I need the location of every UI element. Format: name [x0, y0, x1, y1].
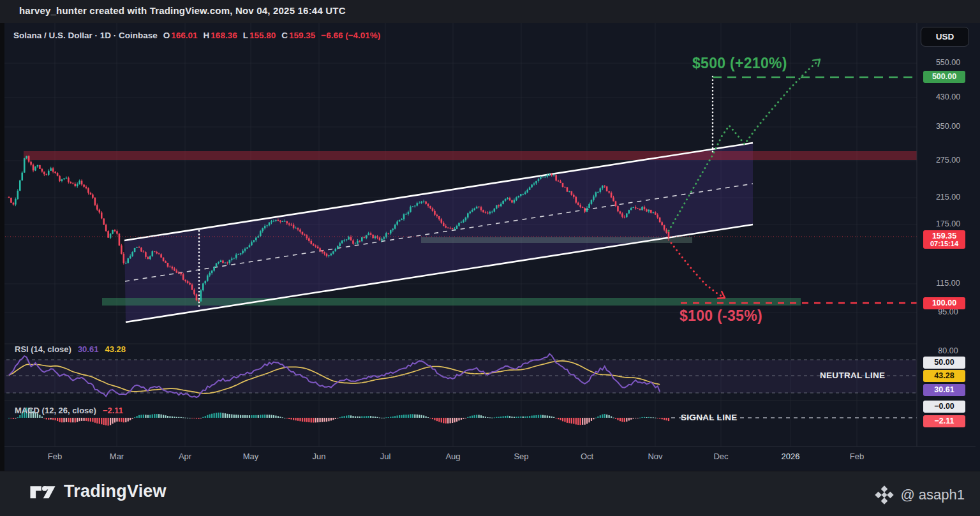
tradingview-brand[interactable]: TradingView	[29, 482, 167, 501]
bull-target-annotation: $500 (+210%)	[692, 55, 787, 72]
diamond-icon	[875, 485, 894, 505]
price-level-badge: 500.00	[923, 71, 965, 83]
price-tick-label: 175.00	[926, 219, 970, 228]
author-handle: @ asaph1	[900, 487, 965, 503]
trend-channel	[124, 143, 753, 322]
time-axis-label: Dec	[713, 452, 728, 461]
time-axis-label: Mar	[110, 452, 124, 461]
change-value: −6.66 (−4.01%)	[321, 31, 380, 40]
rsi-value: 30.61	[78, 344, 99, 354]
signal-line-label: SIGNAL LINE	[681, 413, 738, 422]
macd-value: −2.11	[103, 406, 123, 415]
bear-target-annotation: $100 (-35%)	[679, 307, 762, 325]
current-price-badge: 159.3507:15:14	[923, 230, 965, 249]
high-label: H	[204, 31, 210, 40]
header-bar: harvey_hunter created with TradingView.c…	[0, 0, 980, 23]
price-level-badge: 100.00	[923, 297, 965, 309]
price-tick-label: 275.00	[926, 156, 970, 165]
time-axis-label: May	[243, 452, 259, 461]
symbol-legend[interactable]: Solana / U.S. Dollar · 1D · Coinbase O 1…	[13, 29, 380, 41]
rsi-legend-title: RSI (14, close)	[15, 344, 71, 354]
high-value: 168.36	[211, 31, 237, 40]
author-watermark: @ asaph1	[875, 485, 965, 505]
resistance-zone	[24, 151, 917, 160]
price-tick-label: 115.00	[926, 279, 970, 288]
low-value: 155.80	[249, 31, 276, 40]
rsi-ma-value: 43.28	[105, 344, 126, 354]
macd-level-badge: −0.00	[923, 401, 965, 413]
rsi-band	[4, 360, 917, 393]
tradingview-logo-icon	[29, 482, 56, 501]
time-axis-label: Oct	[581, 452, 593, 461]
time-axis-label: Apr	[179, 452, 191, 461]
time-axis-label: Sep	[514, 452, 528, 461]
time-axis-label: 2026	[782, 452, 800, 461]
rsi-level-badge: 50.00	[923, 357, 965, 369]
support-zone-low	[102, 298, 801, 306]
open-value: 166.01	[171, 31, 197, 40]
price-tick-label: 550.00	[926, 58, 970, 67]
price-tick-label: 215.00	[926, 193, 970, 202]
time-axis-label: Nov	[648, 452, 662, 461]
macd-legend-title: MACD (12, 26, close)	[15, 406, 96, 415]
rsi-level-badge: 43.28	[923, 370, 965, 382]
close-value: 159.35	[289, 31, 315, 40]
close-label: C	[281, 31, 288, 40]
time-axis-label: Feb	[48, 452, 62, 461]
macd-legend[interactable]: MACD (12, 26, close) −2.11	[15, 406, 123, 415]
chart-area[interactable]: Solana / U.S. Dollar · 1D · Coinbase O 1…	[4, 23, 980, 471]
price-tick-label: 350.00	[926, 122, 970, 131]
footer-bar: TradingView @ asaph1	[0, 471, 980, 516]
time-axis-label: Aug	[445, 452, 460, 461]
time-axis-label: Feb	[850, 452, 864, 461]
symbol-title: Solana / U.S. Dollar · 1D · Coinbase	[13, 31, 158, 40]
currency-toggle-button[interactable]: USD	[921, 27, 969, 47]
time-axis-label: Jul	[380, 452, 391, 461]
chart-canvas	[4, 23, 980, 471]
rsi-tick-label: 80.00	[926, 346, 970, 355]
neutral-line-label: NEUTRAL LINE	[820, 371, 885, 380]
tradingview-screenshot: { "header": { "credit": "harvey_hunter c…	[0, 0, 980, 516]
low-label: L	[243, 31, 248, 40]
open-label: O	[163, 31, 170, 40]
rsi-level-badge: 30.61	[923, 384, 965, 396]
macd-level-badge: −2.11	[923, 415, 965, 427]
tradingview-brand-text: TradingView	[64, 482, 167, 501]
header-credit: harvey_hunter created with TradingView.c…	[19, 5, 346, 16]
price-tick-label: 430.00	[926, 92, 970, 101]
rsi-legend[interactable]: RSI (14, close) 30.61 43.28	[15, 344, 126, 354]
time-axis-label: Jun	[313, 452, 326, 461]
bear-projection-path	[671, 243, 725, 298]
